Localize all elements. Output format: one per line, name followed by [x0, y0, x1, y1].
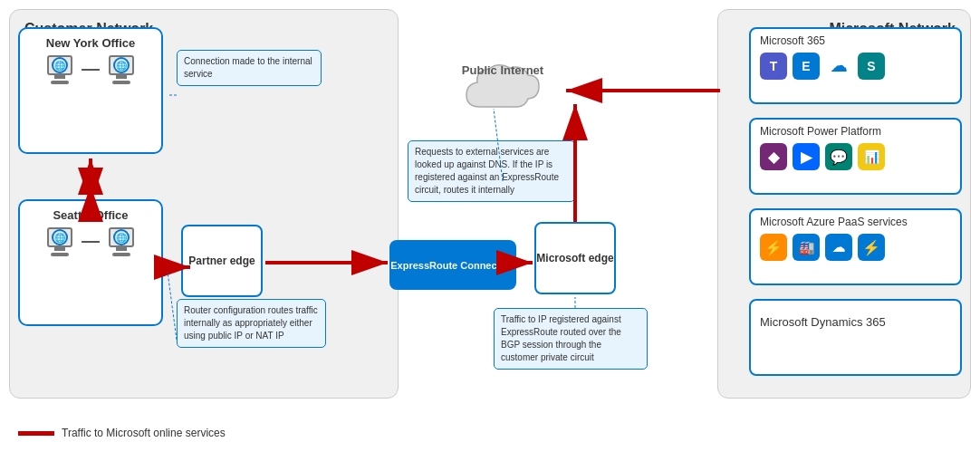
partner-edge-box: Partner edge	[181, 225, 263, 297]
edge-icon: E	[793, 53, 820, 80]
globe-icon-1: 🌐	[52, 57, 68, 73]
partner-edge-label: Partner edge	[188, 255, 255, 267]
ms365-service-box: Microsoft 365 T E ☁ S	[749, 27, 962, 104]
azure-cloud-icon: ☁	[825, 234, 852, 261]
microsoft-edge-label: Microsoft edge	[536, 252, 613, 264]
computer-icon-3: 🌐	[47, 227, 72, 256]
monitor-base-2	[112, 81, 130, 84]
monitor-base-1	[51, 81, 69, 84]
sharepoint-icon: S	[858, 53, 885, 80]
callout-bgp-box: Traffic to IP registered against Express…	[494, 308, 648, 370]
powervirtual-icon: 💬	[825, 143, 852, 170]
computer-icon-1: 🌐	[47, 55, 72, 84]
azure-factory-icon: 🏭	[793, 234, 820, 261]
mspp-icons: ◆ ▶ 💬 📊	[760, 143, 951, 170]
expressroute-box: ExpressRoute Connection	[389, 240, 516, 290]
callout-router-text: Router configuration routes traffic inte…	[184, 305, 318, 341]
monitor-2: 🌐	[109, 55, 134, 75]
computer-icon-4: 🌐	[109, 227, 134, 256]
callout-router-box: Router configuration routes traffic inte…	[177, 299, 326, 348]
seattle-office-label: Seattle Office	[53, 208, 128, 222]
callout-dns-box: Requests to external services are looked…	[408, 140, 575, 202]
mspp-service-box: Microsoft Power Platform ◆ ▶ 💬 📊	[749, 118, 962, 195]
dash-line-1	[82, 69, 100, 71]
public-internet-cloud: Public Internet	[444, 45, 562, 136]
legend-text: Traffic to Microsoft online services	[62, 427, 226, 439]
callout-bgp-text: Traffic to IP registered against Express…	[501, 314, 621, 362]
microsoft-edge-box: Microsoft edge	[534, 222, 616, 294]
monitor-base-4	[112, 253, 130, 256]
msazure-service-name: Microsoft Azure PaaS services	[760, 216, 951, 228]
monitor-1: 🌐	[47, 55, 72, 75]
ms365-icons: T E ☁ S	[760, 53, 951, 80]
globe-icon-2: 🌐	[113, 57, 130, 73]
cloud-label: Public Internet	[462, 63, 543, 79]
seattle-computers: 🌐 🌐	[40, 227, 141, 256]
seattle-office-box: Seattle Office 🌐 🌐	[18, 199, 163, 326]
mspp-service-name: Microsoft Power Platform	[760, 125, 951, 138]
onedrive-icon: ☁	[825, 53, 852, 80]
azure-lightning2-icon: ⚡	[858, 234, 885, 261]
callout-ny-text: Connection made to the internal service	[184, 56, 312, 79]
monitor-3: 🌐	[47, 227, 72, 247]
new-york-office-box: New York Office 🌐 🌐	[18, 27, 163, 154]
callout-ny-box: Connection made to the internal service	[177, 50, 322, 86]
globe-icon-4: 🌐	[113, 229, 130, 245]
teams-icon: T	[760, 53, 787, 80]
msazure-service-box: Microsoft Azure PaaS services ⚡ 🏭 ☁ ⚡	[749, 208, 962, 285]
msazure-icons: ⚡ 🏭 ☁ ⚡	[760, 234, 951, 261]
new-york-computers: 🌐 🌐	[40, 55, 141, 84]
diagram-container: Customer Network Microsoft Network New Y…	[0, 0, 980, 444]
monitor-base-3	[51, 253, 69, 256]
dash-line-2	[82, 241, 100, 243]
new-york-office-label: New York Office	[46, 36, 136, 50]
powerbi-icon: 📊	[858, 143, 885, 170]
legend: Traffic to Microsoft online services	[18, 427, 226, 439]
legend-line	[18, 431, 54, 436]
ms365-service-name: Microsoft 365	[760, 34, 951, 47]
monitor-4: 🌐	[109, 227, 134, 247]
callout-dns-text: Requests to external services are looked…	[415, 147, 559, 195]
msd365-service-name: Microsoft Dynamics 365	[760, 315, 951, 329]
globe-icon-3: 🌐	[52, 229, 68, 245]
expressroute-label: ExpressRoute Connection	[390, 260, 515, 271]
computer-icon-2: 🌐	[109, 55, 134, 84]
powerauto-icon: ▶	[793, 143, 820, 170]
msd365-service-box: Microsoft Dynamics 365	[749, 299, 962, 376]
powerapp-icon: ◆	[760, 143, 787, 170]
azure-lightning-icon: ⚡	[760, 234, 787, 261]
